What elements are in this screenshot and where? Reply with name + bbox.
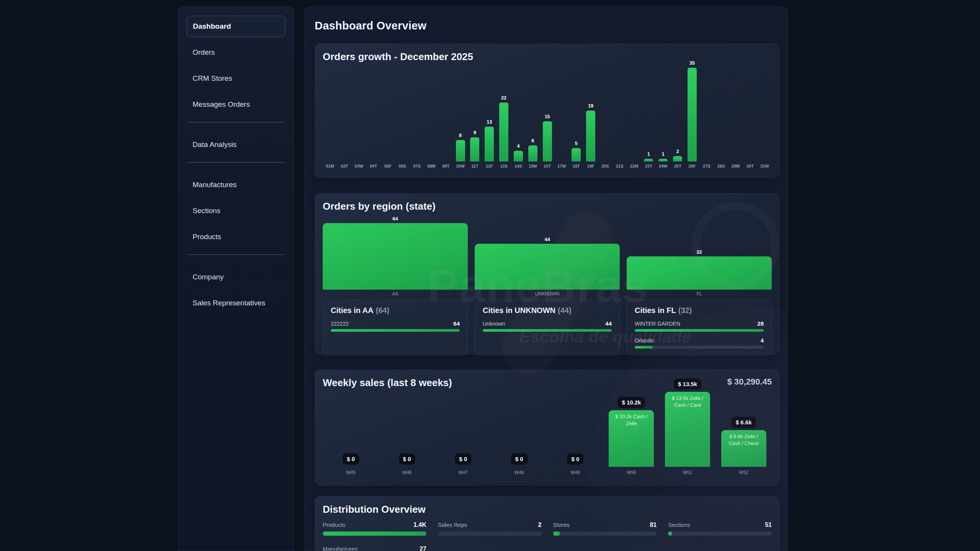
- growth-bar-value: 5: [575, 141, 578, 146]
- growth-column-26F: 35: [685, 60, 699, 161]
- weekly-sales-x-axis: W45W46W47W48W49W50W51W52: [323, 470, 772, 475]
- distribution-overview-card: Distribution Overview Products1.4KSales …: [315, 496, 780, 551]
- growth-bar-15M: [528, 145, 537, 161]
- weekly-value-badge: $ 6.6k: [732, 417, 756, 428]
- distribution-progress-fill: [323, 531, 426, 536]
- distribution-stat-row: Sales Reps2: [438, 522, 542, 528]
- growth-tick-28S: 28S: [714, 164, 728, 168]
- growth-column-18T: 5: [569, 141, 583, 161]
- weekly-sales-title: Weekly sales (last 8 weeks): [323, 377, 452, 389]
- sidebar-item-crm-stores[interactable]: CRM Stores: [186, 68, 286, 89]
- region-tick-UNKNOWN: UNKNOWN: [475, 291, 620, 297]
- growth-tick-31W: 31W: [757, 164, 772, 168]
- weekly-tick-W46: W46: [379, 470, 435, 475]
- region-tick-FL: FL: [627, 291, 772, 297]
- sidebar-item-data-analysis[interactable]: Data Analysis: [186, 134, 286, 155]
- growth-tick-12F: 12F: [482, 164, 497, 168]
- weekly-column-W46: $ 0: [379, 453, 435, 467]
- orders-by-region-chart: 644432: [323, 213, 772, 290]
- growth-bar-value: 1: [647, 152, 650, 157]
- growth-tick-19F: 19F: [583, 164, 598, 168]
- weekly-value-badge: $ 13.5k: [674, 378, 701, 390]
- city-card-title: Cities in AA(64): [331, 306, 460, 315]
- city-progress-fill: [635, 329, 764, 332]
- weekly-bar-W52: $ 6.6k Zelle / Cash / Check: [721, 430, 766, 467]
- orders-growth-card: Orders growth - December 2025 8913224615…: [315, 44, 780, 178]
- orders-growth-chart: 891322461551911235: [323, 65, 772, 161]
- distribution-progress-track: [438, 531, 542, 536]
- sidebar-item-messages-orders[interactable]: Messages Orders: [186, 94, 286, 115]
- weekly-tick-W45: W45: [323, 470, 379, 475]
- distribution-stat-value: 1.4K: [413, 522, 426, 528]
- distribution-stat-value: 51: [765, 522, 772, 528]
- growth-column-23T: 1: [642, 152, 656, 161]
- city-card: Cities in UNKNOWN(44)Unknown44: [475, 300, 620, 355]
- sidebar-item-sections[interactable]: Sections: [186, 200, 286, 222]
- growth-tick-24W: 24W: [656, 164, 670, 168]
- growth-bar-value: 4: [517, 143, 519, 149]
- main-panel: Dashboard Overview Orders growth - Decem…: [304, 6, 788, 551]
- growth-tick-27S: 27S: [699, 164, 714, 168]
- growth-bar-value: 9: [474, 130, 476, 135]
- region-column-UNKNOWN: 44: [475, 236, 620, 290]
- weekly-bar-W51: $ 13.5k Zelle / Cash / Card: [665, 392, 710, 467]
- growth-tick-03W: 03W: [352, 164, 366, 168]
- distribution-progress-fill: [668, 531, 672, 536]
- growth-tick-02T: 02T: [337, 164, 352, 168]
- growth-column-14S: 4: [511, 143, 526, 161]
- sidebar-divider: [187, 122, 285, 122]
- weekly-bar-text: $ 6.6k Zelle / Cash / Check: [728, 430, 760, 467]
- sidebar-divider: [187, 254, 285, 255]
- weekly-column-W48: $ 0: [491, 453, 547, 467]
- weekly-value-badge: $ 0: [343, 453, 359, 465]
- distribution-stat-sales-reps: Sales Reps2: [438, 522, 542, 536]
- sidebar-item-orders[interactable]: Orders: [186, 42, 286, 63]
- distribution-stat-row: Stores81: [553, 522, 657, 528]
- growth-tick-16T: 16T: [540, 164, 555, 168]
- city-name: 222222: [331, 321, 349, 327]
- city-card: Cities in FL(32)WINTER GARDEN28Orlando4: [627, 300, 772, 355]
- growth-column-25T: 2: [670, 149, 685, 161]
- region-bar-FL: [627, 256, 772, 290]
- weekly-sales-total: $ 30,290.45: [727, 377, 772, 387]
- growth-bar-value: 13: [487, 119, 492, 125]
- weekly-column-W50: $ 10.2k$ 10.2k Cash / Zelle: [603, 397, 660, 467]
- growth-column-19F: 19: [583, 103, 598, 161]
- growth-tick-01M: 01M: [323, 164, 337, 168]
- growth-column-13S: 22: [497, 95, 511, 161]
- distribution-stat-manufactures: Manufactures27: [323, 546, 426, 551]
- region-bar-AA: [323, 223, 468, 290]
- growth-tick-14S: 14S: [511, 164, 526, 168]
- growth-tick-10W: 10W: [453, 164, 468, 168]
- weekly-tick-W50: W50: [603, 470, 660, 475]
- growth-tick-06S: 06S: [395, 164, 410, 168]
- growth-bar-13S: [499, 103, 508, 161]
- city-value: 28: [757, 320, 764, 327]
- city-card-count: (64): [376, 306, 390, 315]
- growth-tick-13S: 13S: [497, 164, 511, 168]
- growth-bar-24W: [658, 159, 668, 161]
- growth-tick-20S: 20S: [598, 164, 612, 168]
- orders-by-region-x-axis: AAUNKNOWNFL: [323, 291, 772, 297]
- growth-tick-21S: 21S: [612, 164, 627, 168]
- sidebar-item-products[interactable]: Products: [186, 226, 286, 248]
- growth-tick-23T: 23T: [642, 164, 656, 168]
- sidebar-item-sales-representatives[interactable]: Sales Representatives: [186, 292, 286, 314]
- city-progress-fill: [483, 329, 612, 332]
- weekly-value-badge: $ 0: [567, 453, 583, 465]
- weekly-tick-W51: W51: [660, 470, 716, 475]
- growth-column-24W: 1: [656, 152, 670, 161]
- region-tick-AA: AA: [323, 291, 468, 297]
- sidebar-item-dashboard[interactable]: Dashboard: [186, 16, 286, 37]
- distribution-progress-track: [668, 531, 772, 536]
- sidebar-item-company[interactable]: Company: [186, 266, 286, 288]
- sidebar-item-manufactures[interactable]: Manufactures: [186, 174, 286, 196]
- growth-tick-07S: 07S: [410, 164, 424, 168]
- growth-tick-15M: 15M: [526, 164, 540, 168]
- distribution-stat-label: Sections: [668, 522, 690, 528]
- growth-bar-23T: [644, 159, 653, 161]
- city-card-count: (44): [558, 306, 572, 315]
- growth-tick-05F: 05F: [381, 164, 395, 168]
- sidebar-nav: Dashboard Orders CRM Stores Messages Ord…: [186, 16, 286, 314]
- growth-tick-22M: 22M: [627, 164, 642, 168]
